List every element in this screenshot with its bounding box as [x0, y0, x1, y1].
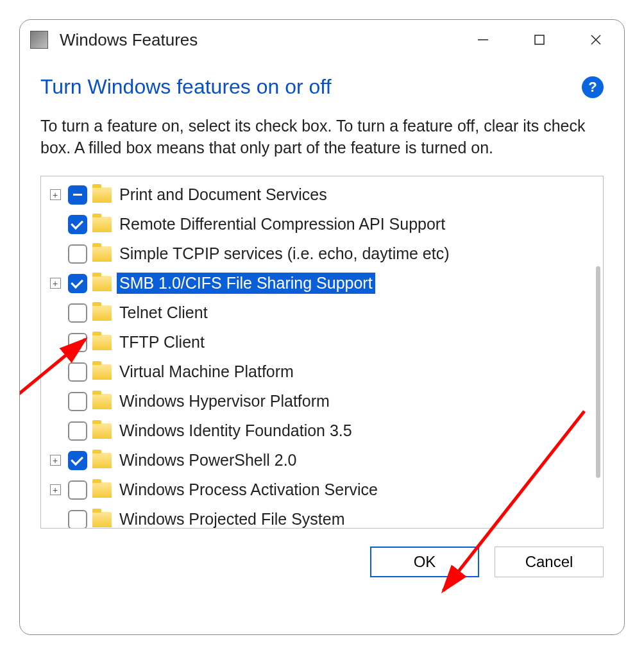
expand-slot[interactable]: + — [47, 189, 63, 200]
feature-checkbox[interactable] — [68, 185, 87, 205]
feature-checkbox[interactable] — [68, 392, 87, 411]
expand-icon[interactable]: + — [50, 278, 61, 289]
maximize-button[interactable] — [511, 20, 568, 60]
expand-slot[interactable]: + — [47, 455, 63, 466]
feature-checkbox[interactable] — [68, 244, 87, 264]
feature-checkbox[interactable] — [68, 510, 87, 529]
folder-icon — [92, 453, 112, 468]
feature-row[interactable]: Virtual Machine Platform — [47, 357, 603, 387]
dialog-buttons: OK Cancel — [20, 529, 624, 577]
feature-row[interactable]: +Windows Process Activation Service — [47, 475, 603, 505]
feature-checkbox[interactable] — [68, 215, 87, 234]
folder-icon — [92, 423, 112, 439]
minimize-button[interactable] — [455, 20, 511, 60]
expand-slot[interactable]: + — [47, 484, 63, 495]
feature-label[interactable]: SMB 1.0/CIFS File Sharing Support — [117, 273, 375, 294]
app-icon — [30, 31, 48, 49]
close-button[interactable] — [568, 20, 624, 60]
feature-checkbox[interactable] — [68, 303, 87, 323]
feature-row[interactable]: +SMB 1.0/CIFS File Sharing Support — [47, 269, 603, 298]
window-controls — [455, 20, 624, 60]
folder-icon — [92, 335, 112, 350]
feature-row[interactable]: Telnet Client — [47, 298, 603, 328]
feature-row[interactable]: Windows Projected File System — [47, 505, 603, 529]
window-title: Windows Features — [60, 30, 198, 50]
feature-checkbox[interactable] — [68, 333, 87, 352]
folder-icon — [92, 217, 112, 232]
maximize-icon — [533, 33, 546, 46]
feature-label[interactable]: Windows Hypervisor Platform — [117, 391, 332, 412]
feature-tree: +Print and Document ServicesRemote Diffe… — [40, 176, 604, 529]
help-icon[interactable]: ? — [582, 76, 604, 98]
scrollbar-thumb[interactable] — [596, 266, 600, 478]
feature-row[interactable]: Simple TCPIP services (i.e. echo, daytim… — [47, 239, 603, 269]
feature-row[interactable]: TFTP Client — [47, 328, 603, 357]
feature-label[interactable]: Windows Identity Foundation 3.5 — [117, 420, 355, 441]
feature-label[interactable]: Windows Process Activation Service — [117, 479, 380, 500]
feature-checkbox[interactable] — [68, 421, 87, 441]
svg-rect-1 — [535, 35, 544, 44]
feature-checkbox[interactable] — [68, 451, 87, 470]
feature-checkbox[interactable] — [68, 480, 87, 500]
feature-row[interactable]: Windows Identity Foundation 3.5 — [47, 416, 603, 446]
feature-label[interactable]: Telnet Client — [117, 302, 210, 323]
feature-label[interactable]: Windows PowerShell 2.0 — [117, 450, 300, 471]
ok-button[interactable]: OK — [370, 547, 479, 577]
description-text: To turn a feature on, select its check b… — [40, 115, 604, 159]
feature-row[interactable]: +Windows PowerShell 2.0 — [47, 446, 603, 475]
feature-row[interactable]: +Print and Document Services — [47, 180, 603, 210]
folder-icon — [92, 305, 112, 321]
feature-label[interactable]: TFTP Client — [117, 332, 207, 353]
folder-icon — [92, 394, 112, 409]
cancel-button[interactable]: Cancel — [495, 547, 604, 577]
feature-label[interactable]: Simple TCPIP services (i.e. echo, daytim… — [117, 243, 452, 264]
feature-row[interactable]: Windows Hypervisor Platform — [47, 387, 603, 416]
expand-icon[interactable]: + — [50, 484, 61, 495]
folder-icon — [92, 512, 112, 527]
expand-icon[interactable]: + — [50, 189, 61, 200]
minimize-icon — [477, 33, 489, 46]
feature-label[interactable]: Print and Document Services — [117, 184, 330, 205]
folder-icon — [92, 276, 112, 291]
folder-icon — [92, 187, 112, 203]
folder-icon — [92, 364, 112, 380]
feature-label[interactable]: Windows Projected File System — [117, 509, 348, 529]
feature-label[interactable]: Remote Differential Compression API Supp… — [117, 214, 448, 235]
folder-icon — [92, 246, 112, 262]
feature-label[interactable]: Virtual Machine Platform — [117, 361, 296, 382]
page-heading: Turn Windows features on or off — [40, 75, 582, 99]
titlebar: Windows Features — [20, 20, 624, 60]
expand-slot[interactable]: + — [47, 278, 63, 289]
folder-icon — [92, 482, 112, 498]
expand-icon[interactable]: + — [50, 455, 61, 466]
close-icon — [589, 33, 602, 46]
feature-row[interactable]: Remote Differential Compression API Supp… — [47, 210, 603, 239]
feature-checkbox[interactable] — [68, 274, 87, 293]
feature-checkbox[interactable] — [68, 362, 87, 382]
windows-features-dialog: Windows Features Turn Windows features o… — [19, 19, 625, 635]
